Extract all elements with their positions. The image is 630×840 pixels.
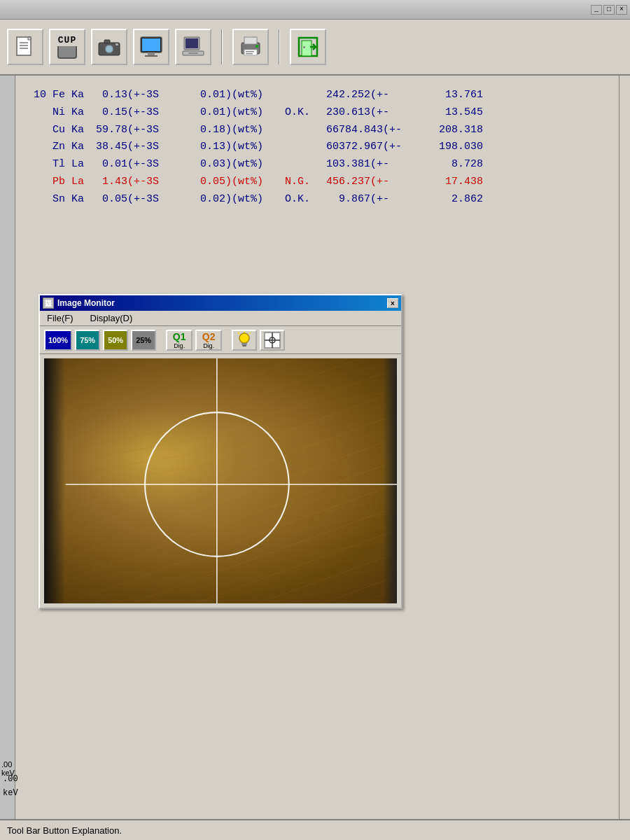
svg-point-27 [239, 333, 249, 343]
analysis-table: 10 Fe Ka 0.13(+-3S 0.01)(wt%) 242.252(+-… [20, 83, 626, 212]
toolbar-separator-2 [279, 29, 280, 64]
status-col: O.K. [279, 191, 314, 209]
val4-col: 208.318 [433, 122, 483, 139]
status-bar: Tool Bar Button Explanation. [0, 819, 630, 840]
image-monitor-toolbar: 100% 75% 50% 25% Q1 Dig. Q2 Dig. [40, 326, 401, 354]
status-col [279, 87, 314, 104]
val4-col: 17.438 [433, 174, 483, 191]
val1-col: 0.13(+-3S [90, 87, 188, 104]
svg-rect-12 [145, 55, 158, 57]
table-row: 10 Fe Ka 0.13(+-3S 0.01)(wt%) 242.252(+-… [34, 87, 612, 104]
val3-col: 103.381(+- [314, 156, 433, 174]
val3-col: 456.237(+- [314, 174, 433, 191]
val4-col: 13.761 [433, 87, 483, 104]
new-doc-btn[interactable] [7, 29, 43, 65]
left-sidebar: .00 keV [0, 76, 15, 819]
dig-q1-btn[interactable]: Q1 Dig. [166, 330, 192, 351]
menu-display[interactable]: Display(D) [88, 312, 136, 324]
val3-col: 66784.843(+- [314, 122, 433, 139]
axis-label-kev: keV [3, 788, 18, 798]
val2-col: 0.01)(wt%) [188, 104, 279, 122]
val4-col: 2.862 [433, 191, 483, 209]
exit-btn[interactable] [290, 29, 326, 65]
element-col: Cu Ka [34, 122, 90, 139]
status-col [279, 139, 314, 156]
print-btn[interactable] [232, 29, 269, 65]
svg-line-32 [249, 332, 251, 334]
image-monitor-close-btn[interactable]: × [387, 298, 398, 308]
svg-rect-20 [246, 51, 254, 52]
svg-rect-18 [244, 37, 257, 44]
svg-rect-19 [244, 50, 257, 55]
element-col: 10 Fe Ka [34, 87, 90, 104]
val4-col: 198.030 [433, 139, 483, 156]
svg-rect-10 [142, 38, 160, 51]
main-toolbar: CUP [0, 20, 630, 76]
crosshair-btn[interactable] [260, 330, 285, 351]
table-row: Sn Ka 0.05(+-3S 0.02)(wt%) O.K. 9.867(+-… [34, 191, 612, 209]
status-col: N.G. [279, 174, 314, 191]
right-border-shadow [383, 358, 397, 603]
toolbar-separator-1 [221, 29, 223, 64]
val2-col: 0.13)(wt%) [188, 139, 279, 156]
image-view [44, 358, 397, 603]
val3-col: 230.613(+- [314, 104, 433, 122]
title-bar: _ □ × [0, 0, 630, 20]
zoom-100-btn[interactable]: 100% [44, 330, 72, 351]
computer-btn[interactable] [175, 29, 211, 65]
svg-point-22 [255, 45, 258, 48]
svg-rect-24 [302, 41, 312, 56]
table-row-highlight: Pb La 1.43(+-3S 0.05)(wt%) N.G. 456.237(… [34, 174, 612, 191]
image-monitor-menu: File(F) Display(D) [40, 311, 401, 326]
image-monitor-titlebar: 🖼 Image Monitor × [40, 295, 401, 311]
element-col: Sn Ka [34, 191, 90, 209]
val3-col: 60372.967(+- [314, 139, 433, 156]
monitor-btn[interactable] [133, 29, 169, 65]
val2-col: 0.01)(wt%) [188, 87, 279, 104]
lightbulb-btn[interactable] [232, 330, 257, 351]
image-monitor-title: Image Monitor [57, 298, 115, 308]
val4-col: 8.728 [433, 156, 483, 174]
maximize-btn[interactable]: □ [603, 5, 615, 15]
val4-col: 13.545 [433, 104, 483, 122]
table-row: Tl La 0.01(+-3S 0.03)(wt%) 103.381(+- 8.… [34, 156, 612, 174]
status-col [279, 156, 314, 174]
cup-label: CUP [58, 35, 76, 46]
element-col: Pb La [34, 174, 90, 191]
zoom-75-btn[interactable]: 75% [75, 330, 100, 351]
cup-btn[interactable]: CUP [49, 29, 85, 65]
svg-rect-26 [303, 46, 305, 48]
dig-q2-btn[interactable]: Q2 Dig. [195, 330, 222, 351]
camera-btn[interactable] [91, 29, 127, 65]
val2-col: 0.02)(wt%) [188, 191, 279, 209]
right-scrollbar[interactable] [619, 76, 630, 819]
image-monitor-icon: 🖼 [43, 298, 54, 309]
element-col: Zn Ka [34, 139, 90, 156]
val1-col: 1.43(+-3S [90, 174, 188, 191]
status-message: Tool Bar Button Explanation. [7, 825, 122, 836]
element-col: Tl La [34, 156, 90, 174]
image-monitor-window: 🖼 Image Monitor × File(F) Display(D) 100… [38, 294, 402, 609]
val1-col: 0.05(+-3S [90, 191, 188, 209]
val2-col: 0.05)(wt%) [188, 174, 279, 191]
axis-label-00: .00 [3, 774, 18, 784]
svg-rect-16 [188, 52, 198, 54]
val1-col: 38.45(+-3S [90, 139, 188, 156]
close-btn[interactable]: × [616, 5, 627, 15]
val2-col: 0.03)(wt%) [188, 156, 279, 174]
zoom-50-btn[interactable]: 50% [103, 330, 128, 351]
element-col: Ni Ka [34, 104, 90, 122]
table-row: Ni Ka 0.15(+-3S 0.01)(wt%) O.K. 230.613(… [34, 104, 612, 122]
menu-file[interactable]: File(F) [44, 312, 76, 324]
val3-col: 9.867(+- [314, 191, 433, 209]
minimize-btn[interactable]: _ [591, 5, 602, 15]
status-col: O.K. [279, 104, 314, 122]
svg-line-31 [238, 332, 239, 334]
svg-rect-11 [148, 52, 155, 55]
val3-col: 242.252(+- [314, 87, 433, 104]
image-inner [44, 358, 397, 603]
svg-rect-14 [186, 38, 198, 48]
status-col [279, 122, 314, 139]
zoom-25-btn[interactable]: 25% [131, 330, 156, 351]
svg-rect-7 [104, 40, 110, 43]
